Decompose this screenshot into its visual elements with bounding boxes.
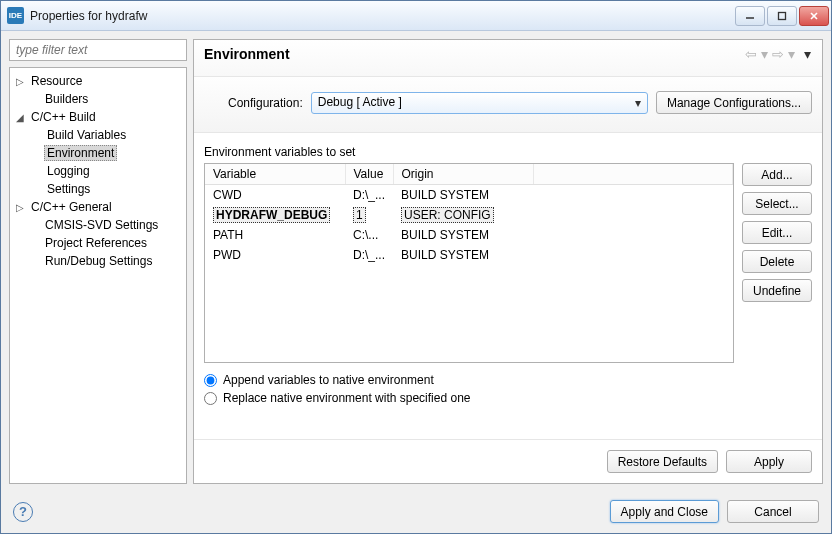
configuration-label: Configuration: bbox=[228, 96, 303, 110]
edit-button[interactable]: Edit... bbox=[742, 221, 812, 244]
select-button[interactable]: Select... bbox=[742, 192, 812, 215]
window-buttons bbox=[735, 6, 829, 26]
env-mode-radios: Append variables to native environment R… bbox=[204, 373, 812, 409]
radio-append[interactable]: Append variables to native environment bbox=[204, 373, 812, 387]
view-menu-icon[interactable]: ▾ bbox=[803, 46, 812, 62]
undefine-button[interactable]: Undefine bbox=[742, 279, 812, 302]
app-icon: IDE bbox=[7, 7, 24, 24]
tree-item-environment[interactable]: Environment bbox=[10, 144, 186, 162]
back-icon[interactable]: ⇦ bbox=[744, 46, 758, 62]
apply-button[interactable]: Apply bbox=[726, 450, 812, 473]
tree-item-cpp-build[interactable]: ◢C/C++ Build bbox=[10, 108, 186, 126]
panel-footer: Restore Defaults Apply bbox=[194, 439, 822, 483]
table-row[interactable]: CWDD:\_...BUILD SYSTEM bbox=[205, 185, 733, 206]
configuration-row: Configuration: Debug [ Active ] Manage C… bbox=[194, 77, 822, 133]
main-panel: Environment ⇦▾ ⇨▾ ▾ Configuration: Debug… bbox=[193, 39, 823, 484]
help-icon[interactable]: ? bbox=[13, 502, 33, 522]
window-title: Properties for hydrafw bbox=[30, 9, 735, 23]
page-title: Environment bbox=[204, 46, 744, 62]
env-row: Variable Value Origin CWDD:\_...BUILD SY… bbox=[204, 163, 812, 363]
tree-item-project-refs[interactable]: Project References bbox=[10, 234, 186, 252]
svg-rect-1 bbox=[779, 12, 786, 19]
env-table[interactable]: Variable Value Origin CWDD:\_...BUILD SY… bbox=[204, 163, 734, 363]
tree-item-settings[interactable]: Settings bbox=[10, 180, 186, 198]
tree-item-builders[interactable]: Builders bbox=[10, 90, 186, 108]
table-row[interactable]: HYDRAFW_DEBUG1USER: CONFIG bbox=[205, 205, 733, 225]
col-value[interactable]: Value bbox=[345, 164, 393, 185]
col-origin[interactable]: Origin bbox=[393, 164, 533, 185]
col-variable[interactable]: Variable bbox=[205, 164, 345, 185]
table-row[interactable]: PATHC:\...BUILD SYSTEM bbox=[205, 225, 733, 245]
tree-item-run-debug[interactable]: Run/Debug Settings bbox=[10, 252, 186, 270]
col-blank bbox=[533, 164, 732, 185]
tree-item-cpp-general[interactable]: ▷C/C++ General bbox=[10, 198, 186, 216]
main-header: Environment ⇦▾ ⇨▾ ▾ bbox=[194, 40, 822, 77]
sidebar: ▷Resource Builders ◢C/C++ Build Build Va… bbox=[9, 39, 187, 484]
back-menu-icon[interactable]: ▾ bbox=[760, 46, 769, 62]
tree-item-build-variables[interactable]: Build Variables bbox=[10, 126, 186, 144]
titlebar: IDE Properties for hydrafw bbox=[1, 1, 831, 31]
env-buttons: Add... Select... Edit... Delete Undefine bbox=[742, 163, 812, 363]
properties-dialog: IDE Properties for hydrafw ▷Resource Bui… bbox=[0, 0, 832, 534]
apply-and-close-button[interactable]: Apply and Close bbox=[610, 500, 719, 523]
forward-menu-icon[interactable]: ▾ bbox=[787, 46, 796, 62]
tree-item-resource[interactable]: ▷Resource bbox=[10, 72, 186, 90]
maximize-button[interactable] bbox=[767, 6, 797, 26]
radio-append-input[interactable] bbox=[204, 374, 217, 387]
radio-replace-input[interactable] bbox=[204, 392, 217, 405]
nav-arrows: ⇦▾ ⇨▾ ▾ bbox=[744, 46, 812, 62]
env-vars-label: Environment variables to set bbox=[204, 145, 812, 159]
forward-icon[interactable]: ⇨ bbox=[771, 46, 785, 62]
tree-item-logging[interactable]: Logging bbox=[10, 162, 186, 180]
tree-item-cmsis[interactable]: CMSIS-SVD Settings bbox=[10, 216, 186, 234]
manage-configurations-button[interactable]: Manage Configurations... bbox=[656, 91, 812, 114]
delete-button[interactable]: Delete bbox=[742, 250, 812, 273]
add-button[interactable]: Add... bbox=[742, 163, 812, 186]
filter-input[interactable] bbox=[9, 39, 187, 61]
minimize-button[interactable] bbox=[735, 6, 765, 26]
content-area: Environment variables to set Variable Va… bbox=[194, 133, 822, 439]
configuration-select[interactable]: Debug [ Active ] bbox=[311, 92, 648, 114]
radio-replace[interactable]: Replace native environment with specifie… bbox=[204, 391, 812, 405]
restore-defaults-button[interactable]: Restore Defaults bbox=[607, 450, 718, 473]
close-button[interactable] bbox=[799, 6, 829, 26]
category-tree[interactable]: ▷Resource Builders ◢C/C++ Build Build Va… bbox=[9, 67, 187, 484]
dialog-footer: ? Apply and Close Cancel bbox=[1, 492, 831, 533]
table-row[interactable]: PWDD:\_...BUILD SYSTEM bbox=[205, 245, 733, 265]
dialog-body: ▷Resource Builders ◢C/C++ Build Build Va… bbox=[1, 31, 831, 492]
cancel-button[interactable]: Cancel bbox=[727, 500, 819, 523]
